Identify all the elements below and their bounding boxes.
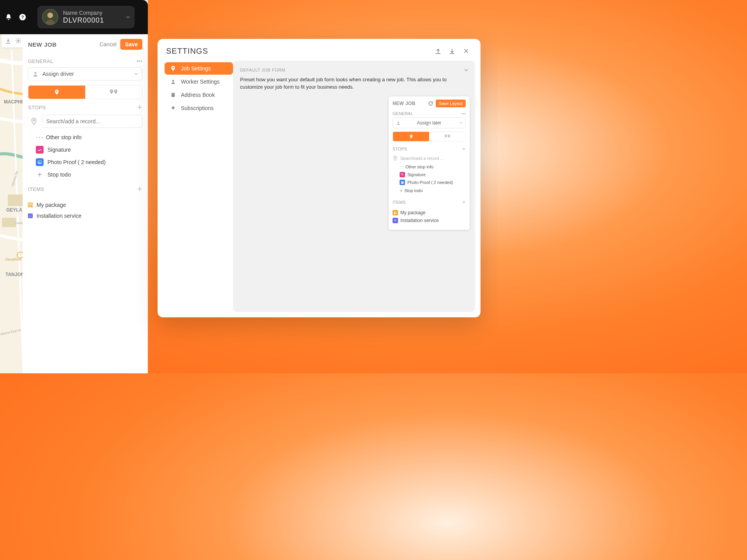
- stop-mode-toggle: [28, 85, 142, 99]
- plus-icon: +: [400, 187, 403, 194]
- item-package-row[interactable]: My package: [28, 200, 142, 210]
- svg-rect-2: [2, 218, 16, 227]
- plus-icon: +: [36, 171, 44, 178]
- mini-install-label: Installation service: [400, 218, 439, 223]
- svg-rect-22: [172, 94, 174, 94]
- chevron-down-icon: [126, 15, 130, 19]
- new-job-panel: NEW JOB Cancel Save GENERAL ••• Assign d…: [23, 34, 148, 373]
- mini-other-row[interactable]: ⋯Other stop info: [400, 163, 466, 171]
- help-icon[interactable]: ?: [16, 10, 30, 24]
- mini-assign-label: Assign later: [417, 120, 442, 126]
- svg-point-24: [395, 157, 396, 158]
- save-layout-button[interactable]: Save Layout: [436, 100, 466, 107]
- mini-form-preview: NEW JOB Save Layout GENERAL ••• Assign l…: [389, 96, 470, 230]
- mini-todo-label: Stop todo: [404, 188, 423, 193]
- mini-add-item[interactable]: +: [462, 199, 466, 206]
- section-stops: STOPS: [28, 105, 46, 110]
- dots-icon: ⋯: [400, 164, 404, 170]
- company-selector[interactable]: Name Company DLVR00001: [37, 6, 135, 28]
- svg-point-15: [18, 40, 19, 42]
- svg-text:?: ?: [21, 14, 24, 19]
- mini-photo-label: Photo Proof ( 2 needed): [407, 180, 453, 185]
- mini-items: ITEMS: [393, 200, 406, 205]
- add-stop-button[interactable]: +: [137, 103, 142, 112]
- nav-worker-settings[interactable]: Worker Settings: [165, 75, 233, 88]
- nav-job-label: Job Settings: [181, 65, 211, 72]
- download-icon[interactable]: [446, 45, 458, 57]
- installation-label: Installation service: [37, 213, 81, 219]
- mini-title: NEW JOB: [393, 101, 416, 106]
- save-button[interactable]: Save: [120, 39, 142, 50]
- tools-icon: [28, 214, 33, 218]
- mini-photo-row[interactable]: ▣Photo Proof ( 2 needed): [400, 178, 466, 186]
- mini-search[interactable]: Search/add a record…: [393, 156, 466, 161]
- mini-install-row[interactable]: ✕Installation service: [393, 217, 466, 224]
- section-general: GENERAL: [28, 58, 53, 64]
- svg-point-17: [33, 119, 35, 121]
- assign-driver-select[interactable]: Assign driver: [28, 67, 142, 80]
- mini-signature-row[interactable]: ✎Signature: [400, 171, 466, 178]
- nav-subs-label: Subscriptions: [181, 105, 214, 111]
- mini-other-label: Other stop info: [405, 164, 433, 169]
- reload-icon[interactable]: [428, 101, 433, 106]
- item-installation-row[interactable]: Installation service: [28, 210, 142, 221]
- mini-assign-select[interactable]: Assign later: [393, 117, 466, 128]
- notifications-icon[interactable]: [2, 10, 16, 24]
- map-toolbar: [2, 34, 25, 47]
- nav-worker-label: Worker Settings: [181, 79, 219, 85]
- mini-signature-label: Signature: [407, 172, 426, 177]
- star-badge-icon: [169, 105, 177, 111]
- svg-point-16: [34, 72, 36, 74]
- other-stop-info-row[interactable]: ⋯ Other stop info: [36, 131, 142, 144]
- signature-icon: ✎: [400, 172, 405, 177]
- stop-todo-row[interactable]: + Stop todo: [36, 168, 142, 181]
- person-icon: [169, 79, 177, 84]
- nav-subscriptions[interactable]: Subscriptions: [165, 102, 233, 114]
- search-input[interactable]: [42, 115, 142, 128]
- book-icon: [169, 92, 177, 98]
- photo-proof-label: Photo Proof ( 2 needed): [47, 159, 105, 165]
- more-icon[interactable]: •••: [461, 111, 466, 116]
- mini-add-stop[interactable]: +: [462, 145, 466, 152]
- download-icon[interactable]: [3, 36, 13, 46]
- photo-proof-row[interactable]: Photo Proof ( 2 needed): [36, 156, 142, 168]
- svg-point-19: [39, 162, 40, 163]
- mini-multi-toggle[interactable]: [429, 132, 465, 141]
- nav-address-book[interactable]: Address Book: [165, 89, 233, 101]
- svg-point-14: [47, 12, 53, 18]
- svg-point-20: [172, 80, 174, 82]
- pin-icon: [393, 156, 398, 161]
- svg-rect-21: [172, 93, 175, 97]
- single-stop-toggle[interactable]: [28, 86, 85, 99]
- add-item-button[interactable]: +: [137, 185, 142, 193]
- svg-rect-1: [8, 194, 23, 206]
- mini-stops: STOPS: [393, 147, 407, 151]
- section-items: ITEMS: [28, 186, 44, 192]
- settings-nav: Job Settings Worker Settings Address Boo…: [163, 61, 233, 312]
- mini-single-toggle[interactable]: [393, 132, 429, 141]
- mini-todo-row[interactable]: +Stop todo: [400, 186, 466, 195]
- gear-icon[interactable]: [13, 36, 23, 46]
- cancel-button[interactable]: Cancel: [100, 41, 117, 47]
- package-icon: ◧: [393, 210, 398, 215]
- dots-icon: ⋯: [36, 133, 44, 141]
- upload-icon[interactable]: [432, 45, 444, 57]
- pin-badge-icon: [169, 65, 177, 72]
- avatar: [42, 9, 58, 25]
- chevron-down-icon: [134, 72, 138, 76]
- chevron-down-icon[interactable]: [464, 68, 468, 72]
- person-icon: [32, 71, 39, 77]
- photo-icon: ▣: [400, 180, 405, 185]
- company-name: Name Company: [63, 10, 104, 16]
- other-stop-info-label: Other stop info: [46, 134, 82, 140]
- pin-icon[interactable]: [28, 116, 40, 127]
- close-icon[interactable]: [460, 45, 472, 57]
- multi-stop-toggle[interactable]: [85, 86, 142, 99]
- more-icon[interactable]: •••: [137, 58, 142, 64]
- mini-pkg-row[interactable]: ◧My package: [393, 209, 466, 217]
- default-job-form-head: DEFAULT JOB FORM: [240, 68, 285, 72]
- tools-icon: ✕: [393, 218, 398, 223]
- signature-label: Signature: [47, 147, 71, 153]
- nav-job-settings[interactable]: Job Settings: [165, 62, 233, 75]
- signature-row[interactable]: Signature: [36, 144, 142, 156]
